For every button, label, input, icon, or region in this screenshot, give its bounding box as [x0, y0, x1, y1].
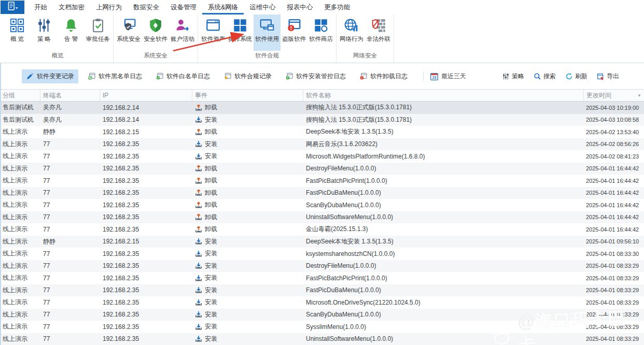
- cell-terminal: 77: [40, 202, 100, 209]
- software-asset-icon: [205, 18, 221, 33]
- cell-ip: 192.168.2.35: [100, 286, 192, 294]
- table-row[interactable]: 线上演示77192.168.2.35安装SysslimMenu(1.0.0.0)…: [0, 321, 644, 333]
- cell-group: 线上演示: [0, 213, 40, 222]
- cell-event: 安装: [192, 152, 303, 161]
- calendar-icon: 23: [430, 72, 439, 81]
- ribbon-button-overview-grid[interactable]: 概 览: [4, 15, 31, 51]
- ribbon-button-policy-sliders[interactable]: 策 略: [31, 15, 58, 51]
- column-header-3[interactable]: 事件: [192, 90, 303, 101]
- cell-group: 线上演示: [0, 249, 40, 258]
- ribbon-button-software-asset[interactable]: 软件资产: [200, 15, 227, 51]
- cell-time: 2025-04-01 08:33:29: [584, 287, 644, 293]
- event-label: 安装: [205, 310, 217, 319]
- tab-uninstall-log[interactable]: 软件卸载日志: [355, 69, 412, 83]
- table-row[interactable]: 线上演示77192.168.2.35安装ksystemsharehostzhCN…: [0, 248, 644, 260]
- toolbar-refresh-button[interactable]: 刷新: [565, 72, 587, 81]
- table-row[interactable]: 线上演示77192.168.2.35安装FastPicBatchPicPrint…: [0, 272, 644, 284]
- event-label: 安装: [205, 335, 217, 343]
- ribbon-button-os[interactable]: 操作系统: [227, 15, 254, 51]
- menubar-item[interactable]: 开始: [29, 0, 53, 15]
- event-label: 安装: [205, 262, 217, 270]
- tab-whitelist-log[interactable]: 软件白名单日志: [151, 69, 214, 83]
- cell-event: 安装: [192, 116, 303, 124]
- cell-time: 2025-04-01 08:33:29: [584, 263, 644, 269]
- cell-event: 安装: [192, 262, 303, 270]
- table-row[interactable]: 售后测试机吴亦凡192.168.2.14安装搜狗输入法 15.3.0正式版(15…: [0, 114, 644, 126]
- tab-label: 软件合规记录: [234, 72, 272, 81]
- ribbon-button-network-behavior[interactable]: 网络行为: [338, 15, 365, 51]
- ribbon-button-account-activity[interactable]: 账户活动: [169, 15, 196, 51]
- install-event-icon: [195, 153, 202, 160]
- table-row[interactable]: 线上演示77192.168.2.35卸载FastPicDuBaMenu(1.0.…: [0, 187, 644, 199]
- column-header-0[interactable]: 分组: [0, 90, 40, 101]
- tab-label: 软件卸载日志: [370, 72, 408, 81]
- table-row[interactable]: 线上演示77192.168.2.35安装Microsoft.OneDriveSy…: [0, 296, 644, 309]
- policy-sliders-icon: [36, 18, 52, 33]
- ribbon-button-approval-clipboard[interactable]: 审批任务: [85, 15, 111, 51]
- cell-time: 2025-04-01 08:33:30: [584, 251, 644, 257]
- cell-ip: 192.168.2.35: [100, 189, 192, 196]
- table-row[interactable]: 线上演示77192.168.2.35卸载DestroyFileMenu(1.0.…: [0, 163, 644, 175]
- cell-software: FastPicBatchPicPrint(1.0.0.0): [303, 275, 584, 282]
- table-row[interactable]: 线上演示77192.168.2.35卸载FastPicBatchPicPrint…: [0, 175, 644, 187]
- menubar-item[interactable]: 上网行为: [90, 0, 128, 15]
- table-row[interactable]: 线上演示77192.168.2.35安装FastPicDuBaMenu(1.0.…: [0, 284, 644, 297]
- table-row[interactable]: 线上演示77192.168.2.35卸载金山毒霸(2025.15.1.3)202…: [0, 223, 644, 236]
- tab-change-record[interactable]: 软件变更记录: [22, 69, 78, 83]
- alert-bell-icon: [63, 18, 79, 33]
- toolbar-policy-sliders-button[interactable]: 策略: [502, 72, 524, 81]
- ribbon-button-alert-bell[interactable]: 告 警: [58, 15, 85, 51]
- ribbon-button-pirated-software[interactable]: 盗版软件: [281, 15, 307, 51]
- table-row[interactable]: 线上演示静静192.168.2.15卸载DeepSeek本地安装 1.3.5(1…: [0, 126, 644, 138]
- cell-terminal: 静静: [40, 237, 100, 246]
- column-header-2[interactable]: IP: [100, 90, 192, 101]
- cell-group: 线上演示: [0, 152, 40, 161]
- cell-software: ksystemsharehostzhCN(1.0.0.0): [303, 250, 584, 257]
- install-event-icon: [195, 262, 202, 269]
- ribbon-button-system-security[interactable]: 系统安全: [115, 15, 142, 51]
- ribbon-button-software-store[interactable]: 软件商店: [307, 15, 334, 51]
- tab-blacklist-log[interactable]: 软件黑名单日志: [83, 69, 146, 83]
- cell-group: 售后测试机: [0, 103, 40, 112]
- menubar-item[interactable]: 数据安全: [128, 0, 165, 15]
- menubar-item[interactable]: 文档加密: [53, 0, 90, 15]
- tab-label: 软件安装管控日志: [296, 72, 346, 81]
- menubar-item[interactable]: 更多功能: [318, 0, 356, 15]
- table-row[interactable]: 线上演示77192.168.2.35卸载ScanByDubaMenu(1.0.0…: [0, 199, 644, 211]
- event-label: 卸载: [205, 164, 217, 173]
- menubar-item[interactable]: 系统&网络: [202, 0, 244, 15]
- column-header-4[interactable]: 软件名称: [303, 90, 584, 101]
- menubar-item[interactable]: 报表中心: [281, 0, 318, 15]
- sort-desc-icon[interactable]: ▼: [637, 93, 641, 98]
- column-header-5[interactable]: 更改时间▼: [584, 90, 644, 101]
- install-event-icon: [195, 140, 202, 148]
- table-row[interactable]: 线上演示77192.168.2.35安装DestroyFileMenu(1.0.…: [0, 260, 644, 272]
- toolbar-button-label: 导出: [607, 72, 619, 81]
- ribbon-button-security-software[interactable]: 安全软件: [142, 15, 169, 51]
- table-row[interactable]: 售后测试机吴亦凡192.168.2.14卸载搜狗输入法 15.3.0正式版(15…: [0, 102, 644, 114]
- ribbon-group-label: 概览: [4, 52, 111, 63]
- cell-time: 2025-04-01 08:33:29: [584, 299, 644, 306]
- column-header-1[interactable]: 终端名: [40, 90, 100, 101]
- cell-group: 线上演示: [0, 200, 40, 209]
- table-row[interactable]: 线上演示77192.168.2.35卸载UninstallSoftwareMen…: [0, 211, 644, 224]
- ribbon-button-illegal-connection[interactable]: 非法外联: [365, 15, 392, 51]
- toolbar-search-button[interactable]: 搜索: [534, 72, 556, 81]
- table-row[interactable]: 线上演示77192.168.2.35安装ScanByDubaMenu(1.0.0…: [0, 309, 644, 321]
- table-row[interactable]: 线上演示77192.168.2.35安装网易云音乐(3.1.6.203622)2…: [0, 138, 644, 151]
- table-row[interactable]: 线上演示77192.168.2.35安装Microsoft.WidgetsPla…: [0, 150, 644, 163]
- menubar-item[interactable]: 运维中心: [244, 0, 281, 15]
- app-menu-button[interactable]: [1, 1, 24, 14]
- table-row[interactable]: 线上演示77192.168.2.35安装UninstallSoftwareMen…: [0, 333, 644, 345]
- cell-software: ScanByDubaMenu(1.0.0.0): [303, 202, 584, 209]
- cell-event: 卸载: [192, 103, 303, 112]
- tab-compliance-record[interactable]: 软件合规记录: [219, 69, 276, 83]
- ribbon-button-software-usage[interactable]: 软件使用: [254, 15, 281, 51]
- cell-software: Microsoft.WidgetsPlatformRuntime(1.6.8.0…: [303, 153, 584, 160]
- menubar-item[interactable]: 设备管理: [165, 0, 202, 15]
- tab-install-control-log[interactable]: 软件安装管控日志: [281, 69, 350, 83]
- table-row[interactable]: 线上演示静静192.168.2.15安装DeepSeek本地安装 1.3.5(1…: [0, 236, 644, 248]
- tab-label: 软件变更记录: [37, 72, 74, 81]
- date-range-filter[interactable]: 23 最近三天: [430, 72, 466, 81]
- toolbar-export-button[interactable]: 导出: [597, 72, 619, 81]
